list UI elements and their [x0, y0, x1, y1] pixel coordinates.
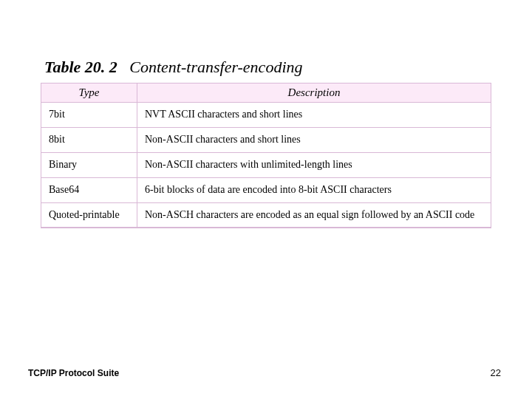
- page-number: 22: [491, 367, 501, 378]
- cell-description: NVT ASCII characters and short lines: [137, 103, 491, 128]
- table-row: 8bit Non-ASCII characters and short line…: [41, 127, 491, 152]
- cell-type: Quoted-printable: [41, 202, 137, 228]
- cell-description: 6-bit blocks of data are encoded into 8-…: [137, 177, 491, 202]
- table-row: Quoted-printable Non-ASCH characters are…: [41, 202, 491, 228]
- table-caption: Content-transfer-encoding: [129, 58, 302, 76]
- header-type: Type: [41, 83, 137, 103]
- cell-type: Binary: [41, 152, 137, 177]
- cell-description: Non-ASCH characters are encoded as an eq…: [137, 202, 491, 228]
- cell-type: 7bit: [41, 103, 137, 128]
- cell-description: Non-ASCII characters and short lines: [137, 127, 491, 152]
- header-description: Description: [137, 83, 491, 103]
- table: Type Description 7bit NVT ASCII characte…: [41, 83, 491, 228]
- slide: Table 20. 2 Content-transfer-encoding Ty…: [0, 0, 532, 399]
- table-row: Base64 6-bit blocks of data are encoded …: [41, 177, 491, 202]
- table-number: Table 20. 2: [44, 58, 117, 76]
- table-title: Table 20. 2 Content-transfer-encoding: [44, 58, 303, 77]
- table-header-row: Type Description: [41, 83, 491, 103]
- cell-description: Non-ASCII characters with unlimited-leng…: [137, 152, 491, 177]
- encoding-table: Type Description 7bit NVT ASCII characte…: [41, 83, 491, 228]
- table-row: Binary Non-ASCII characters with unlimit…: [41, 152, 491, 177]
- table-row: 7bit NVT ASCII characters and short line…: [41, 103, 491, 128]
- footer-text: TCP/IP Protocol Suite: [28, 368, 119, 378]
- cell-type: 8bit: [41, 127, 137, 152]
- cell-type: Base64: [41, 177, 137, 202]
